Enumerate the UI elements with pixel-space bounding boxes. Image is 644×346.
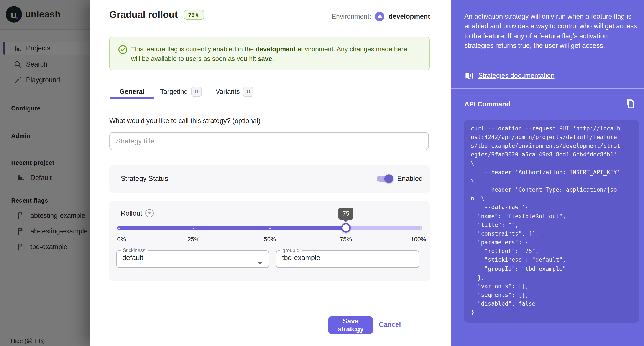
success-alert: This feature flag is currently enabled i… (109, 37, 430, 70)
stickiness-value: default (117, 253, 268, 262)
stickiness-label: Stickiness (121, 248, 148, 253)
copy-icon[interactable] (625, 98, 635, 109)
toggle-thumb (384, 174, 393, 183)
tick-50: 50% (252, 236, 287, 243)
slider-filled-track (117, 226, 346, 230)
api-command-code-block[interactable]: curl --location --request PUT 'http://lo… (464, 120, 639, 322)
chevron-down-icon (257, 262, 262, 265)
tick-25: 25% (176, 236, 211, 243)
active-tab-indicator (110, 97, 154, 99)
strategy-title-question: What would you like to call this strateg… (109, 117, 260, 125)
slider-tick-labels: 0% 25% 50% 75% 100% (109, 236, 430, 243)
rollout-percent-badge: 75% (184, 10, 204, 20)
slider-mark-100 (420, 228, 422, 229)
tab-targeting[interactable]: Targeting (160, 88, 188, 96)
cancel-button[interactable]: Cancel (379, 321, 401, 329)
tick-0: 0% (117, 236, 126, 243)
drawer-header: Gradual rollout 75% (109, 9, 204, 21)
strategy-tabs: General Targeting 0 Variants 0 (110, 87, 254, 97)
tick-100: 100% (410, 236, 426, 243)
check-circle-icon (118, 44, 128, 55)
rollout-header: Rollout ? (121, 209, 154, 217)
targeting-count-badge: 0 (192, 87, 202, 97)
strategy-status-value: Enabled (397, 175, 423, 183)
modal-backdrop[interactable] (0, 0, 90, 346)
strategy-form-panel: Gradual rollout 75% Environment: develop… (90, 0, 451, 346)
tabs-divider (90, 100, 451, 100)
footer-divider (90, 306, 451, 306)
groupid-label: groupId (280, 248, 302, 253)
strategy-drawer: Gradual rollout 75% Environment: develop… (90, 0, 644, 346)
help-icon[interactable]: ? (146, 209, 154, 217)
alert-save-emphasis: save (258, 55, 272, 62)
cloud-icon (375, 12, 385, 21)
slider-mark-25 (193, 228, 194, 229)
strategies-documentation-link[interactable]: Strategies documentation (464, 71, 554, 80)
alert-env-emphasis: development (256, 45, 296, 53)
environment-label: Environment: (332, 13, 371, 21)
groupid-field[interactable]: groupId tbd-example (276, 248, 419, 268)
curl-command: curl --location --request PUT 'http://lo… (464, 120, 639, 317)
environment-indicator: Environment: development (332, 12, 430, 21)
panel-divider (451, 88, 644, 89)
groupid-value: tbd-example (276, 253, 419, 262)
save-strategy-button[interactable]: Save strategy (328, 316, 373, 334)
tab-general[interactable]: General (110, 88, 154, 96)
rollout-slider[interactable] (117, 226, 422, 230)
stickiness-select[interactable]: Stickiness default (116, 248, 269, 268)
strategy-status-section: Strategy Status Enabled (109, 165, 430, 193)
strategy-description: An activation strategy will only run whe… (464, 12, 638, 50)
rollout-section: Rollout ? 75 0% 25% 50% 75% 10 (109, 201, 430, 281)
strategies-documentation-label: Strategies documentation (478, 72, 554, 80)
alert-message: This feature flag is currently enabled i… (131, 44, 415, 63)
slider-thumb[interactable] (341, 223, 351, 233)
screen: u unleash Projects (0, 0, 644, 346)
tick-75: 75% (328, 236, 363, 243)
strategy-status-toggle[interactable] (377, 174, 392, 183)
slider-value-tooltip: 75 (338, 208, 353, 220)
page-title: Gradual rollout (109, 9, 178, 21)
strategy-info-panel: An activation strategy will only run whe… (451, 0, 644, 346)
environment-value: development (388, 13, 430, 21)
book-icon (464, 71, 474, 80)
dimmed-app-region: u unleash Projects (0, 0, 90, 346)
rollout-label: Rollout (121, 209, 142, 217)
tab-variants[interactable]: Variants (216, 88, 240, 96)
variants-count-badge: 0 (243, 87, 254, 97)
api-command-heading: API Command (464, 100, 510, 108)
slider-mark-0 (118, 228, 120, 229)
strategy-status-label: Strategy Status (121, 175, 168, 183)
strategy-title-input[interactable] (109, 132, 429, 150)
slider-mark-50 (270, 228, 271, 229)
